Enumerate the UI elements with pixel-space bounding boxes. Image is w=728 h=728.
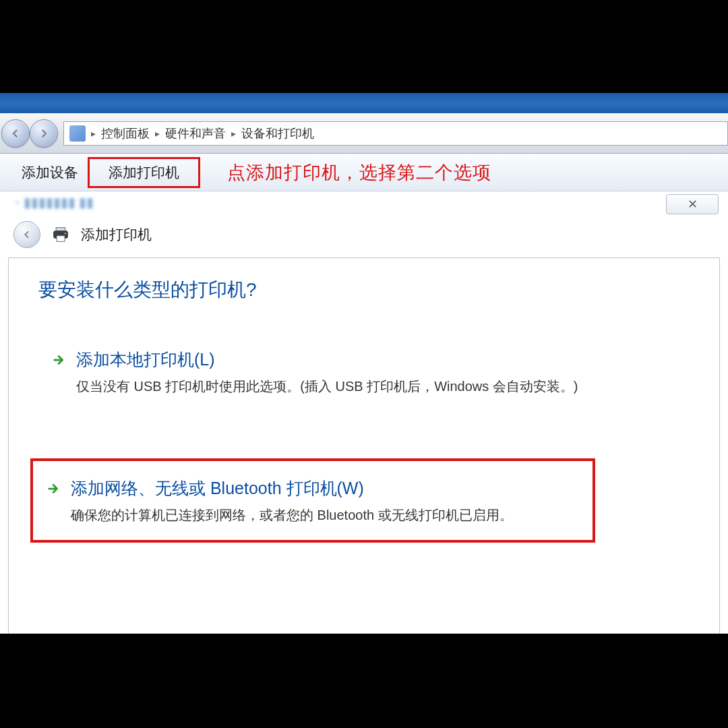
svg-point-3	[65, 233, 67, 235]
wizard-header: 添加打印机	[4, 213, 724, 257]
wizard-content: 要安装什么类型的打印机? 添加本地打印机(L) 仅当没有 USB 打印机时使用此…	[8, 257, 720, 677]
arrow-right-icon	[47, 481, 61, 496]
chevron-right-icon: ▸	[230, 128, 237, 139]
option-title: 添加网络、无线或 Bluetooth 打印机(W)	[71, 477, 364, 499]
breadcrumb-item[interactable]: 硬件和声音	[165, 125, 226, 142]
location-icon	[69, 125, 86, 142]
explorer-toolbar: 添加设备 添加打印机 点添加打印机，选择第二个选项	[0, 154, 728, 191]
blurred-text: ◦ ▮▮▮▮▮▮▮ ▮▮	[4, 194, 666, 210]
wizard-back-button[interactable]	[13, 221, 40, 248]
wizard-title: 添加打印机	[81, 225, 152, 244]
explorer-nav-bar: ▸ 控制面板 ▸ 硬件和声音 ▸ 设备和打印机	[0, 113, 728, 154]
close-button[interactable]: ✕	[666, 194, 719, 214]
option-local-printer[interactable]: 添加本地打印机(L) 仅当没有 USB 打印机时使用此选项。(插入 USB 打印…	[38, 342, 690, 406]
svg-rect-2	[57, 236, 65, 242]
chevron-right-icon: ▸	[90, 128, 97, 139]
breadcrumb-item[interactable]: 控制面板	[101, 125, 150, 142]
nav-back-button[interactable]	[1, 119, 30, 148]
option-network-printer[interactable]: 添加网络、无线或 Bluetooth 打印机(W) 确保您的计算机已连接到网络，…	[30, 458, 595, 543]
letterbox-bottom	[0, 634, 728, 728]
chevron-right-icon: ▸	[154, 128, 161, 139]
address-bar[interactable]: ▸ 控制面板 ▸ 硬件和声音 ▸ 设备和打印机	[63, 121, 728, 146]
desktop-background-strip	[0, 93, 728, 113]
option-description: 确保您的计算机已连接到网络，或者您的 Bluetooth 或无线打印机已启用。	[71, 505, 579, 525]
letterbox-top	[0, 0, 728, 93]
arrow-right-icon	[52, 353, 67, 367]
wizard-window: ◦ ▮▮▮▮▮▮▮ ▮▮ ✕ 添加打印机 要安装什么类型的打印机? 添加本地打印…	[4, 191, 724, 677]
svg-rect-0	[56, 228, 65, 231]
add-printer-button[interactable]: 添加打印机	[88, 157, 200, 188]
nav-forward-button[interactable]	[30, 119, 58, 148]
add-device-button[interactable]: 添加设备	[12, 158, 88, 187]
printer-icon	[51, 226, 70, 243]
wizard-heading: 要安装什么类型的打印机?	[38, 277, 690, 303]
option-description: 仅当没有 USB 打印机时使用此选项。(插入 USB 打印机后，Windows …	[76, 376, 676, 396]
annotation-text: 点添加打印机，选择第二个选项	[227, 160, 491, 185]
close-icon: ✕	[688, 197, 698, 212]
option-title: 添加本地打印机(L)	[76, 348, 215, 371]
breadcrumb-item[interactable]: 设备和打印机	[241, 125, 314, 142]
